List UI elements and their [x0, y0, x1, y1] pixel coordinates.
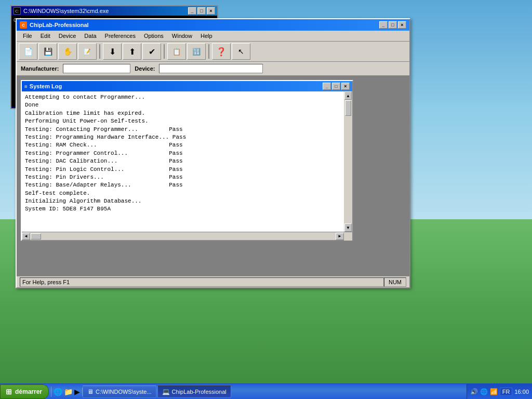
syslog-restore-button[interactable]: □ [332, 83, 340, 90]
menu-help[interactable]: Help [196, 32, 217, 40]
write-icon: ⬆ [129, 47, 136, 57]
toolbar-buffer-button[interactable]: 📋 [167, 43, 186, 60]
tray-icon-1[interactable]: 🔊 [470, 388, 478, 395]
desktop: C: C:\WINDOWS\system32\cmd.exe _ □ × C:\… [0, 0, 532, 399]
quicklaunch-ie[interactable]: 🌐 [54, 388, 62, 396]
chiplab-close-button[interactable]: × [398, 21, 406, 29]
taskbar-chiplab-icon: 💻 [162, 388, 170, 395]
taskbar-chiplab-label: ChipLab-Professional [172, 389, 227, 395]
menu-window[interactable]: Window [168, 32, 196, 40]
cmd-titlebar: C: C:\WINDOWS\system32\cmd.exe _ □ × [11, 6, 217, 16]
scroll-down-button[interactable]: ▼ [344, 223, 352, 232]
scroll-track [344, 100, 352, 223]
cmd-title-text: C:\WINDOWS\system32\cmd.exe [23, 8, 109, 14]
toolbar-write-button[interactable]: ⬆ [123, 43, 141, 60]
toolbar-separator-1 [99, 44, 100, 59]
syslog-icon: ≡ [24, 84, 28, 89]
device-input[interactable] [159, 64, 263, 73]
manufacturer-input[interactable] [63, 64, 130, 73]
cmd-title-left: C: C:\WINDOWS\system32\cmd.exe [14, 7, 109, 15]
start-button[interactable]: ⊞ démarrer [0, 384, 49, 399]
status-bar: For Help, press F1 NUM [17, 276, 409, 287]
toolbar-new-button[interactable]: 📄 [19, 43, 37, 60]
num-indicator: NUM [389, 279, 402, 285]
syslog-minimize-button[interactable]: _ [323, 83, 331, 90]
chiplab-titlebar: C ChipLab-Professional _ □ × [17, 19, 409, 31]
scrollbar-corner [344, 232, 352, 241]
toolbar-notes-button[interactable]: 📝 [78, 43, 97, 60]
status-num-indicator: NUM [384, 277, 406, 287]
language-indicator[interactable]: FR [500, 388, 513, 396]
main-content: ≡ System Log _ □ × Attempting to contact… [17, 76, 409, 282]
new-icon: 📄 [24, 47, 33, 56]
menu-device[interactable]: Device [55, 32, 81, 40]
tray-icon-2[interactable]: 🌐 [480, 388, 488, 395]
help-icon: ❓ [216, 47, 227, 57]
arrow-icon: ↖ [238, 47, 244, 56]
menu-options[interactable]: Options [140, 32, 168, 40]
menu-data[interactable]: Data [80, 32, 100, 40]
manufacturer-label: Manufacturer: [21, 65, 59, 72]
toolbar-arrow-button[interactable]: ↖ [232, 43, 250, 60]
quicklaunch-media[interactable]: ▶ [74, 388, 80, 396]
hscroll-left-button[interactable]: ◄ [22, 233, 30, 240]
chiplab-app-icon: C [20, 21, 27, 29]
scroll-up-button[interactable]: ▲ [344, 91, 352, 100]
cmd-icon: C: [14, 7, 21, 15]
syslog-text: Attempting to contact Programmer... Done… [22, 91, 352, 213]
toolbar-open-button[interactable]: 💾 [38, 43, 57, 60]
chiplab-restore-button[interactable]: □ [389, 21, 397, 29]
cmd-minimize-button[interactable]: _ [188, 7, 196, 15]
taskbar-cmd-icon: 🖥 [87, 388, 94, 395]
toolbar-separator-3 [208, 44, 209, 59]
status-help-text: For Help, press F1 [20, 277, 384, 287]
hscroll-right-button[interactable]: ► [336, 233, 344, 240]
quicklaunch-explorer[interactable]: 📁 [64, 388, 73, 396]
system-clock: 16:00 [514, 389, 529, 395]
toolbar-help-button[interactable]: ❓ [212, 43, 231, 60]
taskbar-item-chiplab[interactable]: 💻 ChipLab-Professional [157, 385, 231, 398]
menu-file[interactable]: File [19, 32, 36, 40]
cmd-close-button[interactable]: × [207, 7, 215, 15]
open-icon: 💾 [44, 47, 52, 56]
toolbar-calc-button[interactable]: 🔢 [187, 43, 206, 60]
taskbar-cmd-label: C:\WINDOWS\syste... [96, 389, 152, 395]
chiplab-title-left: C ChipLab-Professional [20, 21, 89, 29]
menu-edit[interactable]: Edit [36, 32, 55, 40]
system-tray: 🔊 🌐 📶 FR 16:00 [467, 384, 532, 399]
syslog-hscrollbar[interactable]: ◄ ► [22, 232, 352, 240]
taskbar-items: 🖥 C:\WINDOWS\syste... 💻 ChipLab-Professi… [83, 385, 467, 398]
toolbar-read-button[interactable]: ⬇ [103, 43, 122, 60]
help-text: For Help, press F1 [22, 279, 70, 285]
syslog-window: ≡ System Log _ □ × Attempting to contact… [21, 80, 353, 241]
toolbar-hand-button[interactable]: ✋ [58, 43, 77, 60]
tray-icon-3[interactable]: 📶 [490, 388, 498, 395]
syslog-titlebar: ≡ System Log _ □ × [22, 81, 352, 91]
verify-icon: ✔ [149, 47, 155, 57]
windows-logo: ⊞ [5, 388, 13, 396]
hand-icon: ✋ [63, 47, 72, 56]
toolbar-separator-2 [164, 44, 165, 59]
chiplab-window: C ChipLab-Professional _ □ × File Edit D… [16, 18, 410, 288]
chiplab-win-buttons: _ □ × [379, 21, 406, 29]
taskbar-item-cmd[interactable]: 🖥 C:\WINDOWS\syste... [83, 385, 156, 398]
calc-icon: 🔢 [192, 48, 201, 56]
syslog-content: Attempting to contact Programmer... Done… [22, 91, 352, 213]
chiplab-title-text: ChipLab-Professional [30, 22, 89, 28]
cmd-win-buttons: _ □ × [188, 7, 215, 15]
buffer-icon: 📋 [172, 48, 181, 56]
syslog-win-buttons: _ □ × [323, 83, 350, 90]
scroll-thumb[interactable] [345, 100, 351, 116]
syslog-vscrollbar[interactable]: ▲ ▼ [344, 91, 352, 232]
menu-preferences[interactable]: Preferences [101, 32, 140, 40]
menu-bar: File Edit Device Data Preferences Option… [17, 31, 409, 42]
syslog-title-text: System Log [30, 83, 62, 89]
cmd-maximize-button[interactable]: □ [197, 7, 206, 15]
syslog-close-button[interactable]: × [341, 83, 350, 90]
hscroll-thumb[interactable] [31, 233, 41, 240]
chiplab-minimize-button[interactable]: _ [379, 21, 388, 29]
device-label: Device: [135, 65, 155, 72]
toolbar: 📄 💾 ✋ 📝 ⬇ ⬆ ✔ 📋 [17, 42, 409, 62]
read-icon: ⬇ [109, 47, 116, 57]
toolbar-verify-button[interactable]: ✔ [142, 43, 161, 60]
